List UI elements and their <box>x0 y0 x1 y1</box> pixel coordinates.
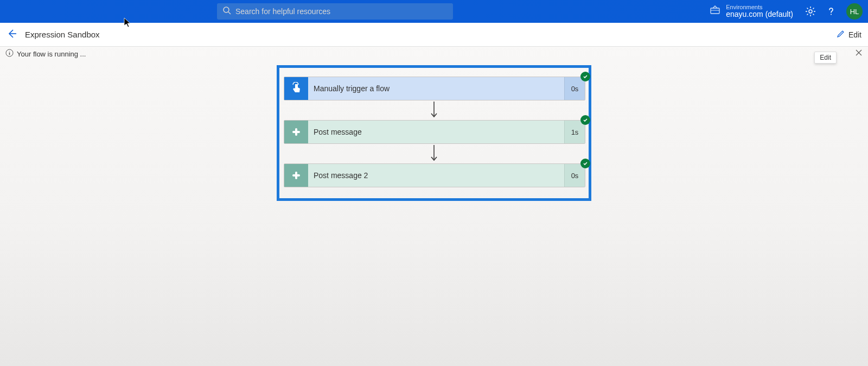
page-title: Expression Sandbox <box>25 30 837 39</box>
sub-bar: Expression Sandbox Edit <box>0 23 868 47</box>
environment-value: enayu.com (default) <box>726 10 793 18</box>
flow-canvas: Manually trigger a flow 0s Post message … <box>277 65 591 201</box>
check-icon <box>580 72 590 81</box>
environment-picker[interactable]: Environments enayu.com (default) <box>710 4 795 18</box>
environment-icon <box>710 5 720 18</box>
check-icon <box>580 159 590 168</box>
flow-step-post-message-2[interactable]: Post message 2 0s <box>284 163 585 187</box>
svg-rect-2 <box>711 8 719 14</box>
svg-point-5 <box>831 14 832 15</box>
close-icon[interactable] <box>855 49 863 56</box>
search-box[interactable] <box>217 3 453 20</box>
svg-rect-14 <box>295 128 297 136</box>
flow-step-title: Post message 2 <box>308 164 564 187</box>
status-message: Your flow is running ... <box>17 50 86 58</box>
arrow-down-icon <box>284 100 584 120</box>
svg-line-1 <box>228 12 231 14</box>
flow-step-trigger[interactable]: Manually trigger a flow 0s <box>284 77 585 100</box>
back-arrow-icon[interactable] <box>7 28 17 41</box>
flow-step-duration: 1s <box>564 121 585 143</box>
flow-step-title: Post message <box>308 121 564 143</box>
pencil-icon <box>837 29 845 40</box>
flow-step-duration: 0s <box>564 77 585 100</box>
tooltip-edit: Edit <box>814 52 837 64</box>
slack-icon <box>284 164 308 187</box>
slack-icon <box>284 121 308 143</box>
status-bar: Your flow is running ... <box>0 47 868 61</box>
header-right: Environments enayu.com (default) HL <box>710 3 863 20</box>
help-icon[interactable] <box>826 6 837 17</box>
manual-trigger-icon <box>284 77 308 100</box>
search-icon <box>222 6 231 17</box>
avatar[interactable]: HL <box>846 3 863 20</box>
search-input[interactable] <box>235 7 448 16</box>
info-icon <box>5 49 17 59</box>
edit-label: Edit <box>848 30 861 39</box>
edit-button[interactable]: Edit <box>837 29 861 40</box>
flow-step-post-message[interactable]: Post message 1s <box>284 120 585 144</box>
check-icon <box>580 115 590 125</box>
app-header: Environments enayu.com (default) HL <box>0 0 868 23</box>
arrow-down-icon <box>284 144 584 163</box>
gear-icon[interactable] <box>805 6 816 17</box>
flow-step-duration: 0s <box>564 164 585 187</box>
svg-point-4 <box>809 10 812 13</box>
svg-rect-17 <box>295 172 297 179</box>
svg-point-0 <box>224 7 229 12</box>
flow-step-title: Manually trigger a flow <box>308 77 564 100</box>
